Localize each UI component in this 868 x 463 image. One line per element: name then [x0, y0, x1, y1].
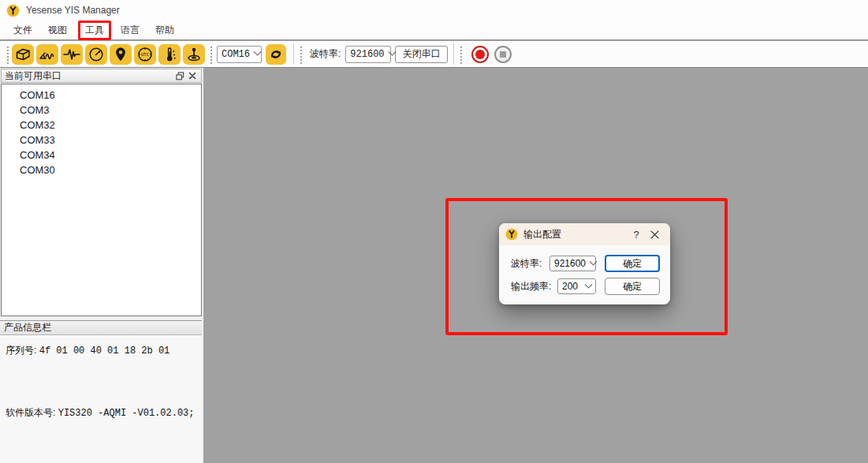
window-title: Yesense YIS Manager: [26, 5, 120, 16]
serial-port-list: COM16 COM3 COM32 COM33 COM34 COM30: [1, 84, 202, 316]
toolbar-grip[interactable]: [209, 45, 213, 64]
float-panel-icon: [176, 72, 184, 80]
dialog-freq-ok-button[interactable]: 确定: [605, 278, 660, 295]
dialog-title: 输出配置: [523, 228, 628, 241]
firmware-version-label: 软件版本号:: [6, 407, 55, 418]
close-icon: [650, 230, 659, 239]
firmware-version-value: YIS320 -AQMI -V01.02.03;: [58, 408, 195, 419]
utc-clock-icon: UTC: [136, 46, 155, 63]
waveform-tool-button[interactable]: [61, 44, 83, 65]
location-pin-icon: [111, 46, 130, 63]
baud-select[interactable]: 921600: [345, 46, 391, 63]
menu-file[interactable]: 文件: [6, 21, 39, 39]
serial-port-item[interactable]: COM3: [2, 103, 201, 118]
menu-help[interactable]: 帮助: [148, 21, 181, 39]
utc-clock-tool-button[interactable]: UTC: [134, 44, 156, 65]
close-icon: [188, 72, 196, 80]
baud-select-value: 921600: [350, 49, 384, 60]
dialog-title-bar[interactable]: 输出配置 ?: [499, 223, 670, 245]
serial-number-value: 4f 01 00 40 01 18 2b 01: [39, 345, 170, 357]
toolbar-grip[interactable]: [459, 45, 463, 64]
cube-tool-button[interactable]: [12, 44, 34, 65]
serial-port-item[interactable]: COM34: [2, 147, 201, 162]
serial-port-item[interactable]: COM30: [2, 162, 201, 177]
record-button[interactable]: [471, 46, 489, 63]
product-info-header: 产品信息栏: [0, 320, 202, 335]
gauge-icon: [87, 46, 106, 63]
port-select[interactable]: COM16: [217, 46, 262, 63]
port-select-value: COM16: [222, 49, 250, 60]
dialog-freq-label: 输出频率:: [511, 280, 551, 293]
chevron-down-icon: [254, 48, 262, 56]
attitude-wave-icon: [38, 46, 57, 63]
menu-tools[interactable]: 工具: [78, 21, 111, 40]
menu-view[interactable]: 视图: [41, 21, 74, 39]
toolbar-separator: [293, 43, 294, 65]
serial-port-item[interactable]: COM16: [2, 88, 201, 103]
dialog-logo-icon: [505, 228, 518, 241]
toolbar-separator: [453, 43, 454, 65]
location-tool-button[interactable]: [110, 44, 132, 65]
dialog-baud-value: 921600: [554, 258, 586, 269]
baud-rate-label: 波特率:: [310, 47, 341, 61]
serial-port-item[interactable]: COM32: [2, 118, 201, 133]
close-panel-button[interactable]: [186, 70, 199, 81]
app-logo-icon: [6, 4, 20, 17]
stop-icon: [500, 51, 506, 58]
thermometer-icon: [160, 46, 179, 63]
output-config-dialog: 输出配置 ? 波特率: 921600 确定 输出频率: 200 确定: [499, 223, 670, 304]
firmware-version-line: 软件版本号: YIS320 -AQMI -V01.02.03;: [6, 406, 195, 420]
attitude-wave-tool-button[interactable]: [36, 44, 58, 65]
svg-text:UTC: UTC: [141, 52, 149, 57]
record-icon: [475, 50, 485, 59]
gauge-tool-button[interactable]: [85, 44, 107, 65]
dialog-freq-row: 输出频率: 200 确定: [511, 278, 661, 295]
stop-button[interactable]: [494, 46, 512, 63]
dialog-baud-label: 波特率:: [511, 257, 542, 271]
serial-port-item[interactable]: COM33: [2, 133, 201, 147]
serial-number-line: 序列号: 4f 01 00 40 01 18 2b 01: [6, 344, 170, 357]
product-info-title: 产品信息栏: [4, 321, 51, 334]
dialog-freq-select[interactable]: 200: [557, 278, 596, 294]
title-bar: Yesense YIS Manager: [0, 0, 868, 21]
dialog-baud-row: 波特率: 921600 确定: [511, 255, 661, 272]
thermometer-tool-button[interactable]: [158, 44, 181, 65]
chevron-down-icon: [585, 280, 593, 288]
toolbar-grip[interactable]: [299, 45, 303, 64]
serial-number-label: 序列号:: [6, 345, 36, 356]
toolbar-grip[interactable]: [6, 45, 9, 64]
dialog-baud-ok-button[interactable]: 确定: [605, 255, 660, 272]
joystick-tool-button[interactable]: [183, 44, 205, 65]
refresh-ports-button[interactable]: [266, 44, 286, 65]
refresh-icon: [267, 47, 285, 62]
menu-bar: 文件 视图 工具 语言 帮助: [0, 21, 868, 40]
dialog-close-button[interactable]: [645, 230, 664, 239]
dialog-freq-value: 200: [562, 281, 578, 292]
cube-icon: [13, 46, 32, 63]
app-window: Yesense YIS Manager 文件 视图 工具 语言 帮助 UTC: [0, 0, 868, 463]
float-panel-button[interactable]: [173, 70, 186, 81]
close-port-button[interactable]: 关闭串口: [395, 46, 448, 63]
joystick-icon: [184, 46, 203, 63]
chevron-down-icon: [590, 257, 598, 265]
dialog-help-button[interactable]: ?: [628, 229, 645, 241]
serial-panel-header: 当前可用串口: [1, 69, 202, 83]
dialog-baud-select[interactable]: 921600: [549, 256, 596, 271]
toolbar: UTC COM16 波特率: 921600 关闭串口: [0, 41, 868, 68]
menu-language[interactable]: 语言: [114, 21, 147, 39]
serial-port-panel: 当前可用串口 COM16 COM3 COM32 COM33 COM34 COM3…: [0, 68, 203, 463]
serial-panel-title: 当前可用串口: [5, 69, 61, 83]
waveform-icon: [62, 46, 81, 63]
